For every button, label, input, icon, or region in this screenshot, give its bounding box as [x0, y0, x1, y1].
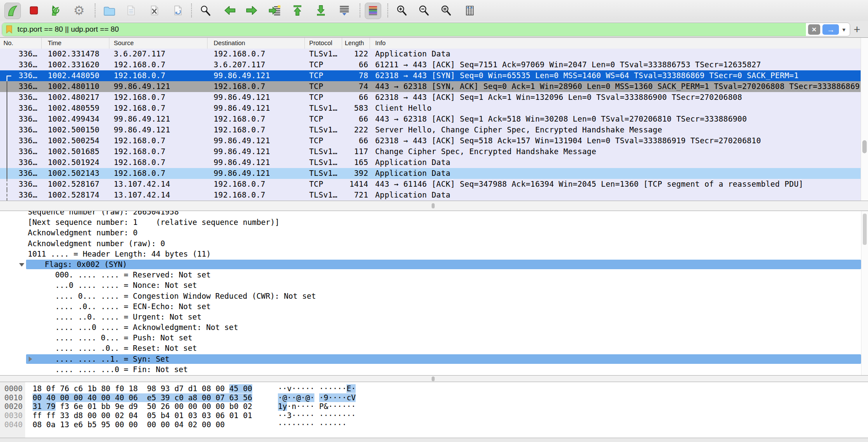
packet-row[interactable]: 336…1002.331620192.168.0.73.6.207.117TCP… [0, 59, 868, 70]
pane-splitter-bottom[interactable] [0, 375, 868, 382]
detail-line[interactable]: 1011 .... = Header Length: 44 bytes (11) [0, 249, 868, 259]
hex-offset: 0020 [4, 402, 23, 411]
bookmark-icon[interactable] [6, 25, 12, 34]
zoom-in-icon[interactable] [394, 3, 409, 18]
go-back-icon[interactable] [222, 3, 238, 18]
conversation-mark [7, 146, 7, 157]
close-file-icon[interactable] [146, 3, 162, 18]
column-header-time[interactable]: Time [42, 38, 109, 49]
splitter-grip-icon[interactable] [432, 376, 435, 381]
cell-destination: 192.168.0.7 [208, 114, 305, 125]
go-to-top-icon[interactable] [290, 3, 305, 18]
capture-options-icon[interactable]: ⚙ [71, 3, 87, 18]
detail-line[interactable]: .... .0.. .... = ECN-Echo: Not set [0, 301, 868, 312]
pane-splitter-top[interactable] [0, 201, 868, 211]
detail-line[interactable]: [Next sequence number: 1 (relative seque… [0, 217, 868, 228]
detail-line[interactable]: Acknowledgment number (raw): 0 [0, 238, 868, 249]
go-to-packet-icon[interactable] [267, 3, 283, 18]
toolbar-separator [95, 3, 96, 17]
filter-apply-button[interactable]: → [822, 24, 839, 35]
packet-row[interactable]: 336…1002.49943499.86.49.121192.168.0.7TC… [0, 114, 868, 125]
open-file-icon[interactable] [101, 3, 117, 18]
packet-list-pane: 336…1002.3314783.6.207.117192.168.0.7TLS… [0, 49, 868, 201]
splitter-grip-icon[interactable] [432, 203, 435, 208]
detail-line[interactable]: Sequence number (raw): 2665041958 [0, 211, 868, 217]
details-scrollbar[interactable] [861, 211, 868, 375]
go-forward-icon[interactable] [244, 3, 259, 18]
hex-offset: 0030 [4, 411, 23, 420]
display-filter-field[interactable]: tcp.port == 80 || udp.port == 80 ✕ → ▾ [2, 23, 850, 36]
filter-clear-button[interactable]: ✕ [808, 24, 820, 35]
toolbar-separator [387, 3, 388, 17]
packet-row[interactable]: 336…1002.48011099.86.49.121192.168.0.7TC… [0, 81, 868, 92]
collapse-icon[interactable] [19, 263, 24, 267]
cell-protocol: TLSv1… [305, 190, 342, 201]
column-header-protocol[interactable]: Protocol [305, 38, 342, 49]
hex-offset: 0040 [4, 420, 23, 429]
packet-list-scrollbar[interactable] [861, 38, 868, 201]
detail-line[interactable]: ...0 .... .... = Nonce: Not set [0, 280, 868, 290]
conversation-mark [7, 76, 11, 81]
hex-row[interactable]: 000018 0f 76 c6 1b 80 f0 18 98 93 d7 d1 … [0, 384, 868, 393]
packet-row[interactable]: 336…1002.501685192.168.0.799.86.49.121TL… [0, 146, 868, 157]
column-header-length[interactable]: Length [342, 38, 370, 49]
hex-row[interactable]: 001000 40 00 00 40 00 40 06 e5 39 c0 a8 … [0, 393, 868, 402]
column-header-no[interactable]: No. [0, 38, 42, 49]
toolbar-separator [191, 3, 192, 17]
packet-row[interactable]: 336…1002.448050192.168.0.799.86.49.121TC… [0, 70, 868, 81]
detail-text: ...0 .... .... = Nonce: Not set [0, 280, 868, 290]
detail-line[interactable]: Acknowledgment number: 0 [0, 228, 868, 238]
auto-scroll-icon[interactable] [337, 3, 352, 18]
detail-line[interactable]: 000. .... .... = Reserved: Not set [0, 270, 868, 280]
hex-row[interactable]: 0030ff ff 33 d8 00 00 02 04 05 b4 01 03 … [0, 411, 868, 420]
detail-line[interactable]: .... .... ...0 = Fin: Not set [0, 364, 868, 375]
column-header-destination[interactable]: Destination [208, 38, 305, 49]
filter-dropdown-caret[interactable]: ▾ [842, 26, 845, 33]
detail-line[interactable]: Flags: 0x002 (SYN) [0, 259, 868, 270]
start-capture-icon[interactable] [4, 3, 21, 19]
scrollbar-thumb[interactable] [862, 140, 867, 153]
find-packet-icon[interactable] [198, 3, 213, 18]
detail-line[interactable]: .... 0... .... = Congestion Window Reduc… [0, 291, 868, 301]
filter-bar: tcp.port == 80 || udp.port == 80 ✕ → ▾ + [0, 21, 868, 38]
detail-line[interactable]: .... ..0. .... = Urgent: Not set [0, 312, 868, 322]
zoom-out-icon[interactable] [416, 3, 432, 18]
hex-row[interactable]: 002031 79 f3 6e 01 bb 9e d9 50 26 00 00 … [0, 402, 868, 411]
restart-capture-icon[interactable] [47, 3, 63, 18]
packet-row[interactable]: 336…1002.502143192.168.0.799.86.49.121TL… [0, 168, 868, 179]
filter-add-button[interactable]: + [854, 23, 860, 35]
cell-info: 62318 → 443 [SYN] Seq=0 Win=65535 Len=0 … [370, 70, 868, 81]
column-header-info[interactable]: Info [370, 38, 868, 49]
cell-length: 1414 [342, 179, 370, 190]
column-header-source[interactable]: Source [109, 38, 208, 49]
resize-columns-icon[interactable] [462, 3, 478, 18]
packet-row[interactable]: 336…1002.500254192.168.0.799.86.49.121TC… [0, 135, 868, 146]
packet-row[interactable]: 336…1002.3314783.6.207.117192.168.0.7TLS… [0, 49, 868, 59]
detail-line[interactable]: .... .... ..1. = Syn: Set [0, 354, 868, 364]
cell-source: 13.107.42.14 [109, 190, 208, 201]
packet-row[interactable]: 336…1002.480217192.168.0.799.86.49.121TC… [0, 92, 868, 103]
hex-ascii: ··v····· ······E· [278, 384, 356, 393]
packet-row[interactable]: 336…1002.52816713.107.42.14192.168.0.7TC… [0, 179, 868, 190]
detail-line[interactable]: .... .... .0.. = Reset: Not set [0, 343, 868, 353]
save-file-icon[interactable] [123, 3, 139, 18]
packet-row[interactable]: 336…1002.52817413.107.42.14192.168.0.7TL… [0, 190, 868, 201]
detail-line[interactable]: .... ...0 .... = Acknowledgment: Not set [0, 322, 868, 333]
colorize-packets-icon[interactable] [365, 3, 381, 19]
cell-destination: 99.86.49.121 [208, 146, 305, 157]
filter-input[interactable]: tcp.port == 80 || udp.port == 80 [17, 25, 119, 34]
scrollbar-thumb[interactable] [863, 214, 867, 245]
packet-row[interactable]: 336…1002.480559192.168.0.799.86.49.121TL… [0, 103, 868, 114]
packet-row[interactable]: 336…1002.501924192.168.0.799.86.49.121TL… [0, 157, 868, 168]
cell-time: 1002.501924 [42, 157, 109, 168]
zoom-reset-icon[interactable] [438, 3, 454, 18]
hex-row[interactable]: 004008 0a 13 e6 b5 95 00 00 00 00 04 02 … [0, 420, 868, 429]
cell-time: 1002.331478 [42, 49, 109, 59]
cell-length: 222 [342, 125, 370, 135]
detail-line[interactable]: .... .... 0... = Push: Not set [0, 333, 868, 343]
go-to-bottom-icon[interactable] [313, 3, 329, 18]
packet-row[interactable]: 336…1002.50015099.86.49.121192.168.0.7TL… [0, 125, 868, 135]
expand-icon[interactable] [29, 356, 32, 362]
stop-capture-icon[interactable] [26, 3, 42, 18]
reload-file-icon[interactable] [170, 3, 185, 18]
